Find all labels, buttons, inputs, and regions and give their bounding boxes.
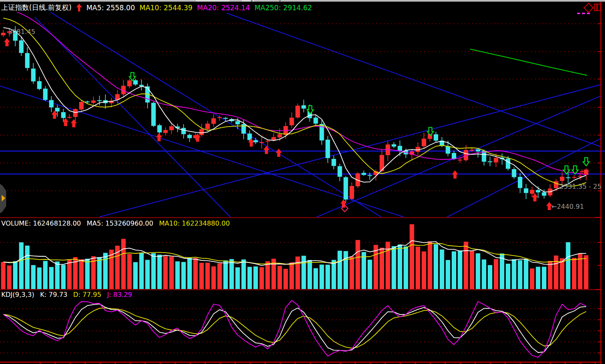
marked-high-label: 3081.45 <box>8 28 35 36</box>
split-window-icon[interactable] <box>597 4 600 11</box>
ma20-value: MA20: 2524.14 <box>197 4 250 12</box>
volume-header: VOLUME: 162468128.00 MA5: 153260960.00 M… <box>1 219 230 227</box>
kdj-title: KDJ(9,3,3) <box>1 291 34 298</box>
ma10-value: MA10: 2544.39 <box>139 4 192 12</box>
price-range-label: 2531.35 - 25 <box>560 183 601 190</box>
diamond-tool-icon[interactable] <box>584 3 593 12</box>
marked-low-label: ←2440.91 <box>551 203 584 210</box>
toolbar-icons <box>574 2 603 17</box>
kdj-j-value: J: 83.29 <box>107 291 132 298</box>
dashed-line-tool-icon[interactable] <box>577 13 580 14</box>
expand-arrow-icon <box>2 195 5 201</box>
trend-lines <box>0 0 605 218</box>
main-chart-header: 上证指数(日线.前复权) MA5: 2558.00 MA10: 2544.39 … <box>1 3 312 12</box>
volume-bars[interactable] <box>1 224 589 289</box>
price-range-label-wrap: 2531.35 - 25 <box>560 183 605 190</box>
ma5-value: MA5: 2558.00 <box>86 4 135 12</box>
split-window-icon[interactable] <box>594 4 597 11</box>
ma250-value: MA250: 2914.62 <box>255 4 312 12</box>
up-arrow-icon <box>76 4 82 11</box>
volume-value: VOLUME: 162468128.00 <box>1 219 81 227</box>
stock-chart-app: 上证指数(日线.前复权) MA5: 2558.00 MA10: 2544.39 … <box>0 0 605 364</box>
kdj-k-value: K: 79.73 <box>40 291 68 298</box>
kdj-header: KDJ(9,3,3) K: 79.73 D: 77.95 J: 83.29 <box>1 291 132 298</box>
moving-average-lines <box>3 9 587 192</box>
dashed-line-tool-icon[interactable] <box>582 13 585 14</box>
dashed-line-tool-icon[interactable] <box>587 13 590 14</box>
chart-canvas[interactable] <box>0 0 605 364</box>
candlesticks[interactable] <box>1 26 589 202</box>
signal-markers <box>4 38 589 212</box>
volume-ma10-value: MA10: 162234880.00 <box>159 219 230 227</box>
kdj-d-value: D: 77.95 <box>73 291 102 298</box>
volume-ma5-value: MA5: 153260960.00 <box>87 219 153 227</box>
symbol-title: 上证指数(日线.前复权) <box>1 3 72 12</box>
